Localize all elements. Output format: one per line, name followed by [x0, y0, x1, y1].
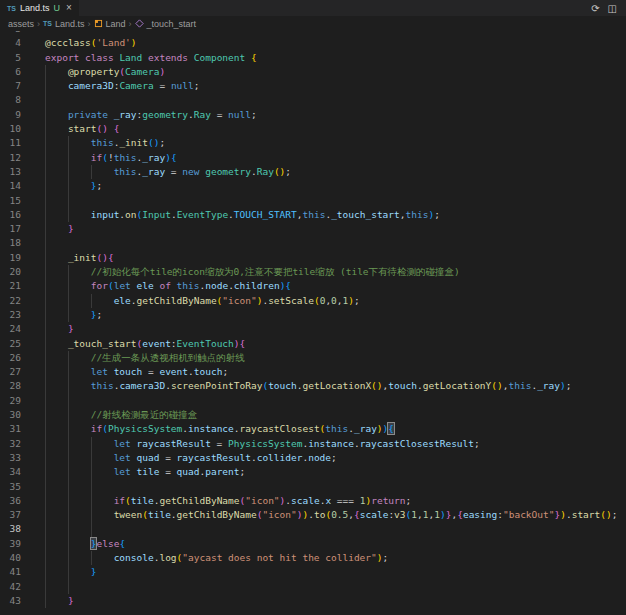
- line-number[interactable]: 8: [0, 93, 21, 107]
- line-number[interactable]: 37: [0, 508, 21, 522]
- line-number[interactable]: 24: [0, 322, 21, 336]
- code-line[interactable]: 8: [0, 93, 626, 107]
- line-number[interactable]: 20: [0, 265, 21, 279]
- line-number[interactable]: 4: [0, 36, 21, 50]
- line-number[interactable]: 16: [0, 208, 21, 222]
- code-text: input.on(Input.EventType.TOUCH_START,thi…: [45, 208, 440, 222]
- code-line[interactable]: 19_init(){: [0, 251, 626, 265]
- line-number[interactable]: 28: [0, 379, 21, 393]
- indent-guide: [91, 522, 114, 536]
- breadcrumb-item-assets[interactable]: assets: [8, 19, 34, 29]
- indent-guide: [91, 551, 114, 565]
- line-number[interactable]: 15: [0, 194, 21, 208]
- line-number[interactable]: 26: [0, 351, 21, 365]
- line-number[interactable]: 34: [0, 465, 21, 479]
- code-text: this._init();: [45, 136, 165, 150]
- line-number[interactable]: 23: [0, 308, 21, 322]
- code-text: [45, 194, 91, 208]
- line-number[interactable]: 27: [0, 365, 21, 379]
- line-number[interactable]: 11: [0, 136, 21, 150]
- indent-guide: [45, 594, 68, 608]
- code-line[interactable]: 35: [0, 480, 626, 494]
- line-number[interactable]: 19: [0, 251, 21, 265]
- code-line[interactable]: 39}else{: [0, 537, 626, 551]
- code-line[interactable]: 26//生成一条从透视相机到触点的射线: [0, 351, 626, 365]
- line-number[interactable]: 30: [0, 408, 21, 422]
- breadcrumb-item-land-ts[interactable]: TSLand.ts: [43, 19, 84, 29]
- breadcrumb-item-land[interactable]: Land: [94, 19, 126, 29]
- code-line[interactable]: 9private _ray:geometry.Ray = null;: [0, 108, 626, 122]
- line-number[interactable]: 32: [0, 437, 21, 451]
- code-line[interactable]: 42: [0, 580, 626, 594]
- line-number[interactable]: 33: [0, 451, 21, 465]
- code-line[interactable]: 31if(PhysicsSystem.instance.raycastClose…: [0, 422, 626, 436]
- code-line[interactable]: 34let tile = quad.parent;: [0, 465, 626, 479]
- indent-guide: [45, 565, 68, 579]
- line-number[interactable]: 40: [0, 551, 21, 565]
- code-line[interactable]: 15: [0, 194, 626, 208]
- line-number[interactable]: 5: [0, 51, 21, 65]
- code-line[interactable]: 30//射线检测最近的碰撞盒: [0, 408, 626, 422]
- code-line[interactable]: 14};: [0, 179, 626, 193]
- line-number[interactable]: 21: [0, 279, 21, 293]
- code-line[interactable]: 38: [0, 522, 626, 536]
- line-number[interactable]: 17: [0, 222, 21, 236]
- line-number[interactable]: 7: [0, 79, 21, 93]
- open-changes-icon[interactable]: ⟳: [591, 3, 599, 14]
- code-line[interactable]: 27let touch = event.touch;: [0, 365, 626, 379]
- code-line[interactable]: 41}: [0, 565, 626, 579]
- code-line[interactable]: 43}: [0, 594, 626, 608]
- code-line[interactable]: 36if(tile.getChildByName("icon").scale.x…: [0, 494, 626, 508]
- code-line[interactable]: 32let raycastResult = PhysicsSystem.inst…: [0, 437, 626, 451]
- code-line[interactable]: 4@ccclass('Land'): [0, 36, 626, 50]
- line-number[interactable]: 43: [0, 594, 21, 608]
- code-line[interactable]: 5export class Land extends Component {: [0, 51, 626, 65]
- line-number[interactable]: 22: [0, 294, 21, 308]
- code-line[interactable]: 29: [0, 394, 626, 408]
- code-line[interactable]: 28this.camera3D.screenPointToRay(touch.g…: [0, 379, 626, 393]
- code-line[interactable]: 18: [0, 236, 626, 250]
- line-number[interactable]: 6: [0, 65, 21, 79]
- code-editor[interactable]: 34@ccclass('Land')5export class Land ext…: [0, 31, 626, 615]
- line-number[interactable]: 35: [0, 480, 21, 494]
- close-icon[interactable]: ×: [66, 3, 72, 13]
- line-number[interactable]: 31: [0, 422, 21, 436]
- tab-land-ts[interactable]: TS Land.ts U ×: [0, 0, 79, 16]
- split-editor-icon[interactable]: ◫: [608, 3, 617, 14]
- code-line[interactable]: 6@property(Camera): [0, 65, 626, 79]
- line-number[interactable]: 41: [0, 565, 21, 579]
- line-number[interactable]: 18: [0, 236, 21, 250]
- indent-guide: [45, 322, 68, 336]
- code-line[interactable]: 22ele.getChildByName("icon").setScale(0,…: [0, 294, 626, 308]
- code-line[interactable]: 40console.log("aycast does not hit the c…: [0, 551, 626, 565]
- line-number[interactable]: 13: [0, 165, 21, 179]
- line-number[interactable]: 42: [0, 580, 21, 594]
- line-number[interactable]: 36: [0, 494, 21, 508]
- code-line[interactable]: 10start() {: [0, 122, 626, 136]
- line-number[interactable]: 38: [0, 522, 21, 536]
- code-line[interactable]: 12if(!this._ray){: [0, 151, 626, 165]
- line-number[interactable]: 9: [0, 108, 21, 122]
- code-line[interactable]: 11this._init();: [0, 136, 626, 150]
- code-text: let raycastResult = PhysicsSystem.instan…: [45, 437, 480, 451]
- line-number[interactable]: 12: [0, 151, 21, 165]
- code-line[interactable]: 7camera3D:Camera = null;: [0, 79, 626, 93]
- code-line[interactable]: 37tween(tile.getChildByName("icon")).to(…: [0, 508, 626, 522]
- line-number[interactable]: 10: [0, 122, 21, 136]
- code-line[interactable]: 33let quad = raycastResult.collider.node…: [0, 451, 626, 465]
- code-line[interactable]: 16input.on(Input.EventType.TOUCH_START,t…: [0, 208, 626, 222]
- code-text: _touch_start(event:EventTouch){: [45, 337, 245, 351]
- code-line[interactable]: 13this._ray = new geometry.Ray();: [0, 165, 626, 179]
- code-line[interactable]: 24}: [0, 322, 626, 336]
- line-number[interactable]: 29: [0, 394, 21, 408]
- code-line[interactable]: 23};: [0, 308, 626, 322]
- line-number[interactable]: 25: [0, 337, 21, 351]
- code-line[interactable]: 17}: [0, 222, 626, 236]
- code-line[interactable]: 21for(let ele of this.node.children){: [0, 279, 626, 293]
- line-number[interactable]: 39: [0, 537, 21, 551]
- code-line[interactable]: 25_touch_start(event:EventTouch){: [0, 337, 626, 351]
- code-text: tween(tile.getChildByName("icon")).to(0.…: [45, 508, 617, 522]
- breadcrumb-item--touch-start[interactable]: _touch_start: [135, 19, 197, 29]
- line-number[interactable]: 14: [0, 179, 21, 193]
- code-line[interactable]: 20//初始化每个tile的icon缩放为0,注意不要把tile缩放 (tile…: [0, 265, 626, 279]
